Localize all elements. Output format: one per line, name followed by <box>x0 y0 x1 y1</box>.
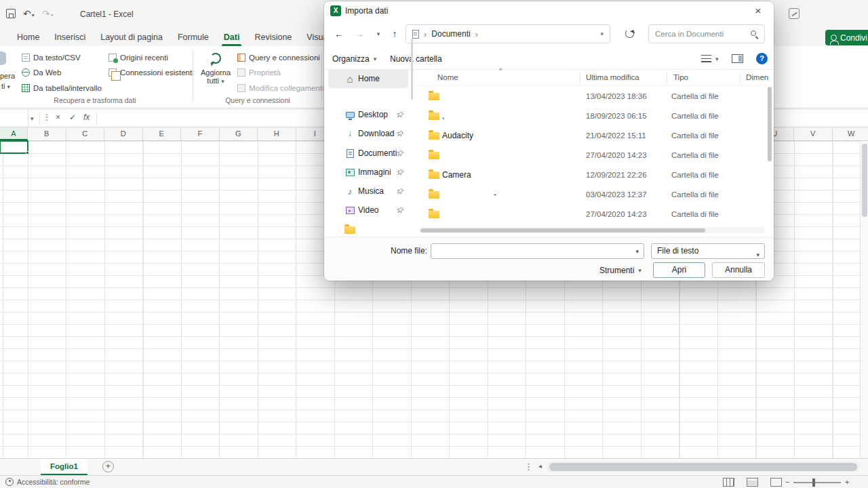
origini-recenti-button[interactable]: Origini recenti <box>108 50 168 64</box>
sheet-tab-foglio1[interactable]: Foglio1 <box>41 459 87 475</box>
sidebar-scrollbar[interactable] <box>411 39 413 100</box>
scroll-left-icon[interactable]: ◂ <box>538 462 542 470</box>
refresh-icon[interactable] <box>625 29 634 38</box>
share-button[interactable]: Condivi <box>825 30 868 45</box>
list-vertical-scrollbar[interactable] <box>768 87 772 226</box>
column-header-g[interactable]: G <box>220 127 258 140</box>
file-row[interactable]: 27/04/2020 14:23 Cartella di file <box>419 146 762 165</box>
da-web-button[interactable]: Da Web <box>22 65 61 79</box>
page-break-view-button[interactable] <box>770 478 782 487</box>
add-sheet-button[interactable]: + <box>102 461 114 472</box>
formula-menu-icon[interactable]: ⋮ <box>43 113 51 122</box>
undo-button[interactable]: ↶▾ <box>23 8 35 21</box>
file-modified: 13/04/2023 18:36 <box>586 92 647 100</box>
enter-entry-icon[interactable]: ✓ <box>69 113 76 122</box>
recent-locations-dropdown[interactable]: ▾ <box>370 26 387 42</box>
breadcrumb[interactable]: › Documenti › ▾ <box>406 24 610 43</box>
da-tabella-button[interactable]: Da tabella/intervallo <box>22 81 102 95</box>
vertical-scroll-thumb[interactable] <box>862 144 867 217</box>
column-header-b[interactable]: B <box>28 127 66 140</box>
horizontal-scroll-thumb[interactable] <box>420 228 705 232</box>
insert-function-icon[interactable]: fx <box>83 113 90 122</box>
vertical-scroll-thumb[interactable] <box>768 87 772 161</box>
sidebar-item-musica[interactable]: ♪ Musica <box>328 182 408 201</box>
organize-button[interactable]: Organizza▾ <box>332 47 376 70</box>
sidebar-item-immagini[interactable]: Immagini <box>328 163 408 182</box>
column-header-tipo[interactable]: Tipo <box>673 73 688 81</box>
column-header-a[interactable]: A <box>0 127 28 140</box>
query-connessioni-button[interactable]: Query e connessioni <box>237 50 320 64</box>
zoom-out-button[interactable]: − <box>785 478 789 486</box>
tab-formule[interactable]: Formule <box>170 28 216 46</box>
tab-inserisci[interactable]: Inserisci <box>47 28 93 46</box>
tab-home[interactable]: Home <box>9 28 47 46</box>
forward-button[interactable]: → <box>351 26 368 42</box>
cancel-button[interactable]: Annulla <box>712 262 765 278</box>
column-header-h[interactable]: H <box>258 127 296 140</box>
filename-dropdown-icon[interactable]: ▾ <box>635 248 639 255</box>
close-button[interactable]: × <box>748 3 768 18</box>
address-dropdown-icon[interactable]: ▾ <box>600 30 604 37</box>
new-folder-button[interactable]: Nuova cartella <box>390 47 442 70</box>
column-header-v[interactable]: V <box>794 127 833 140</box>
sidebar-item-video[interactable]: ▸ Video <box>328 201 408 220</box>
tab-dati[interactable]: Dati <box>216 28 248 46</box>
save-icon[interactable] <box>6 9 16 18</box>
filetype-select[interactable]: File di testo ▾ <box>651 243 765 259</box>
fill-handle[interactable] <box>26 151 29 155</box>
accessibility-status[interactable]: Accessibilità: conforme <box>17 478 90 486</box>
sheet-options-icon[interactable]: ⋮ <box>524 462 533 472</box>
column-header-nome[interactable]: Nome <box>437 73 458 81</box>
column-header-f[interactable]: F <box>181 127 220 140</box>
da-testo-csv-button[interactable]: Da testo/CSV <box>22 50 81 64</box>
group-label-recupera: Recupera e trasforma dati <box>0 96 190 104</box>
file-row[interactable]: Audacity 21/04/2022 15:11 Cartella di fi… <box>419 126 762 146</box>
zoom-in-button[interactable]: + <box>845 478 849 486</box>
tab-revisione[interactable]: Revisione <box>247 28 299 46</box>
column-header-c[interactable]: C <box>66 127 105 140</box>
column-header-ultima-modifica[interactable]: Ultima modifica <box>586 73 639 81</box>
column-header-d[interactable]: D <box>104 127 143 140</box>
up-button[interactable]: ↑ <box>387 26 403 42</box>
list-horizontal-scrollbar[interactable] <box>419 227 765 233</box>
page-layout-view-button[interactable] <box>747 478 758 487</box>
zoom-slider[interactable] <box>793 482 841 483</box>
tools-button[interactable]: Strumenti▾ <box>599 263 642 278</box>
draw-icon[interactable] <box>789 8 800 19</box>
preview-pane-button[interactable] <box>732 47 743 70</box>
name-box-dropdown-icon[interactable]: ▾ <box>31 115 34 122</box>
help-button[interactable]: ? <box>756 47 768 70</box>
view-mode-button[interactable]: ▾ <box>701 47 719 70</box>
column-header-w[interactable]: W <box>833 127 868 140</box>
modifica-collegamenti-button[interactable]: Modifica collegamenti <box>237 81 324 95</box>
file-row[interactable]: , 18/09/2023 06:15 Cartella di file <box>419 106 762 126</box>
file-row[interactable]: 13/04/2023 18:36 Cartella di file <box>419 87 762 106</box>
normal-view-button[interactable] <box>723 478 734 487</box>
filename-input[interactable] <box>435 245 631 257</box>
column-header-e[interactable]: E <box>143 127 182 140</box>
back-button[interactable]: ← <box>331 26 347 42</box>
redo-button[interactable]: ↷▾ <box>42 8 54 21</box>
sidebar-item-desktop[interactable]: Desktop <box>328 105 408 124</box>
get-data-label-1: pera <box>0 72 15 80</box>
sidebar-item-download[interactable]: ↓ Download <box>328 124 408 143</box>
file-row[interactable]: - 03/04/2023 12:37 Cartella di file <box>419 185 762 205</box>
horizontal-scroll-thumb[interactable] <box>549 463 857 471</box>
worksheet-vertical-scrollbar[interactable] <box>860 141 868 458</box>
sidebar-item-home[interactable]: ⌂ Home <box>328 69 408 88</box>
proprieta-button[interactable]: Proprietà <box>237 65 281 79</box>
name-box[interactable] <box>0 110 28 127</box>
worksheet-horizontal-scrollbar[interactable] <box>547 462 860 472</box>
tab-layout-di-pagina[interactable]: Layout di pagina <box>93 28 170 46</box>
search-input[interactable] <box>655 27 743 41</box>
open-button[interactable]: Apri <box>653 262 705 278</box>
column-header-dimensione[interactable]: Dimen <box>746 73 768 81</box>
file-row[interactable]: Camera 12/09/2021 22:26 Cartella di file <box>419 165 762 185</box>
breadcrumb-item-documenti[interactable]: Documenti <box>431 29 470 39</box>
cancel-entry-icon[interactable]: × <box>56 113 60 122</box>
sidebar-item-documenti[interactable]: Documenti <box>328 144 408 163</box>
pin-icon <box>397 169 404 176</box>
connessioni-esistenti-button[interactable]: Connessioni esistenti <box>108 65 194 79</box>
zoom-slider-thumb[interactable] <box>812 479 815 487</box>
file-row[interactable]: 27/04/2020 14:23 Cartella di file <box>419 205 762 224</box>
